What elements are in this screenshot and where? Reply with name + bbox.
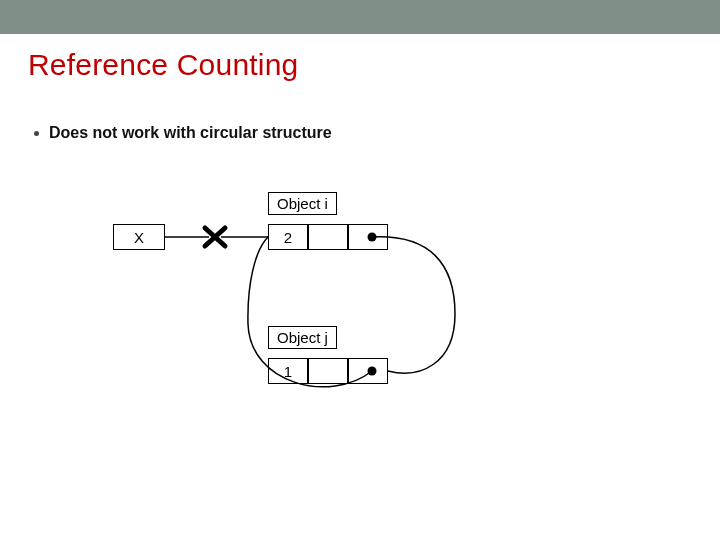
object-j-pointer-cell [348, 358, 388, 384]
slide-body: Reference Counting Does not work with ci… [0, 34, 720, 540]
object-i-label: Object i [277, 195, 328, 212]
object-i-refcount: 2 [284, 229, 292, 246]
object-j-data-cell [308, 358, 348, 384]
broken-reference-icon [205, 228, 225, 246]
variable-x-label: X [134, 229, 144, 246]
object-i-data-cell [308, 224, 348, 250]
variable-x-box: X [113, 224, 165, 250]
diagram-connectors [0, 34, 720, 540]
svg-line-1 [205, 228, 225, 246]
top-decorative-strip [0, 0, 720, 34]
object-j-refcount-cell: 1 [268, 358, 308, 384]
object-j-label-box: Object j [268, 326, 337, 349]
object-j-label: Object j [277, 329, 328, 346]
object-i-label-box: Object i [268, 192, 337, 215]
diagram: X Object i 2 Object j 1 [0, 34, 720, 540]
object-j-refcount: 1 [284, 363, 292, 380]
object-i-pointer-cell [348, 224, 388, 250]
svg-line-2 [205, 228, 225, 246]
object-i-refcount-cell: 2 [268, 224, 308, 250]
pointer-i-to-j-curve [372, 237, 455, 373]
